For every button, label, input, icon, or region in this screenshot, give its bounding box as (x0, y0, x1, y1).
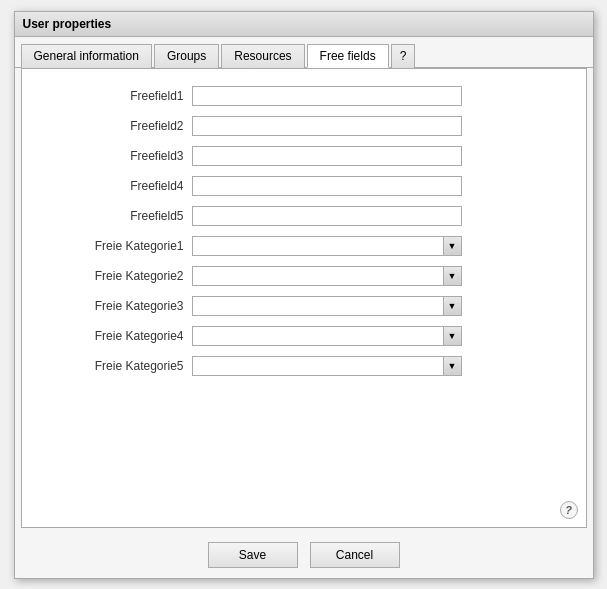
form-row-freie-kategorie2: Freie Kategorie2 ▼ (32, 263, 576, 289)
dropdown-freie-kategorie3[interactable]: ▼ (192, 296, 462, 316)
label-freefield5: Freefield5 (32, 203, 192, 229)
label-freie-kategorie5: Freie Kategorie5 (32, 353, 192, 379)
form-row-freefield4: Freefield4 (32, 173, 576, 199)
dropdown-input-freie-kategorie3[interactable] (193, 297, 443, 315)
label-freefield3: Freefield3 (32, 143, 192, 169)
user-properties-dialog: User properties General information Grou… (14, 11, 594, 579)
form-row-freie-kategorie5: Freie Kategorie5 ▼ (32, 353, 576, 379)
input-freefield5[interactable] (192, 206, 462, 226)
form-row-freefield5: Freefield5 (32, 203, 576, 229)
form-row-freie-kategorie1: Freie Kategorie1 ▼ (32, 233, 576, 259)
tab-help[interactable]: ? (391, 44, 416, 68)
label-freefield1: Freefield1 (32, 83, 192, 109)
save-button[interactable]: Save (208, 542, 298, 568)
tab-general-information[interactable]: General information (21, 44, 152, 68)
tab-bar: General information Groups Resources Fre… (15, 37, 593, 68)
label-freefield2: Freefield2 (32, 113, 192, 139)
dropdown-arrow-freie-kategorie1[interactable]: ▼ (443, 237, 461, 255)
dropdown-arrow-freie-kategorie3[interactable]: ▼ (443, 297, 461, 315)
input-freefield1[interactable] (192, 86, 462, 106)
input-freefield2[interactable] (192, 116, 462, 136)
label-freie-kategorie3: Freie Kategorie3 (32, 293, 192, 319)
label-freie-kategorie1: Freie Kategorie1 (32, 233, 192, 259)
form-row-freefield3: Freefield3 (32, 143, 576, 169)
input-freefield3[interactable] (192, 146, 462, 166)
form-row-freefield2: Freefield2 (32, 113, 576, 139)
dropdown-arrow-freie-kategorie2[interactable]: ▼ (443, 267, 461, 285)
form-row-freefield1: Freefield1 (32, 83, 576, 109)
dropdown-freie-kategorie5[interactable]: ▼ (192, 356, 462, 376)
tab-groups[interactable]: Groups (154, 44, 219, 68)
form-grid: Freefield1 Freefield2 Freefield3 Freefie… (32, 79, 576, 383)
dropdown-input-freie-kategorie1[interactable] (193, 237, 443, 255)
dialog-title: User properties (15, 12, 593, 37)
dropdown-input-freie-kategorie2[interactable] (193, 267, 443, 285)
dropdown-freie-kategorie2[interactable]: ▼ (192, 266, 462, 286)
form-row-freie-kategorie4: Freie Kategorie4 ▼ (32, 323, 576, 349)
dropdown-freie-kategorie4[interactable]: ▼ (192, 326, 462, 346)
help-icon[interactable]: ? (560, 501, 578, 519)
dropdown-arrow-freie-kategorie4[interactable]: ▼ (443, 327, 461, 345)
dropdown-arrow-freie-kategorie5[interactable]: ▼ (443, 357, 461, 375)
button-bar: Save Cancel (15, 534, 593, 578)
label-freefield4: Freefield4 (32, 173, 192, 199)
label-freie-kategorie4: Freie Kategorie4 (32, 323, 192, 349)
dropdown-input-freie-kategorie4[interactable] (193, 327, 443, 345)
tab-resources[interactable]: Resources (221, 44, 304, 68)
dropdown-input-freie-kategorie5[interactable] (193, 357, 443, 375)
cancel-button[interactable]: Cancel (310, 542, 400, 568)
tab-free-fields[interactable]: Free fields (307, 44, 389, 68)
form-row-freie-kategorie3: Freie Kategorie3 ▼ (32, 293, 576, 319)
label-freie-kategorie2: Freie Kategorie2 (32, 263, 192, 289)
content-area: Freefield1 Freefield2 Freefield3 Freefie… (21, 68, 587, 528)
input-freefield4[interactable] (192, 176, 462, 196)
dropdown-freie-kategorie1[interactable]: ▼ (192, 236, 462, 256)
